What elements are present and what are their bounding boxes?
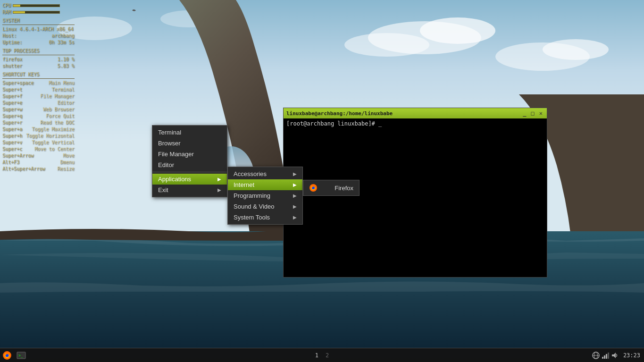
host-label: Host: — [2, 33, 17, 39]
menu-item-editor-label: Editor — [158, 161, 174, 168]
svg-rect-23 — [606, 354, 607, 359]
internet-submenu: Firefox — [303, 180, 360, 196]
exit-arrow-icon: ▶ — [217, 187, 221, 193]
firefox-icon — [309, 184, 318, 192]
system-tools-arrow-icon: ▶ — [293, 215, 297, 220]
host-value: archbang — [51, 33, 74, 39]
terminal-body: [root@archbang linuxbabe]# _ — [284, 118, 547, 277]
ram-bar — [13, 11, 60, 14]
shortcut-row: Super+tTerminal — [2, 86, 75, 93]
submenu-sound-video[interactable]: Sound & Video ▶ — [228, 201, 302, 212]
volume-icon — [611, 352, 619, 359]
menu-item-filemanager[interactable]: File Manager — [152, 149, 227, 160]
uptime-label: Uptime: — [2, 39, 22, 46]
shortcut-row: Super+hToggle Horizontal — [2, 133, 75, 139]
main-menu-panel: Terminal Browser File Manager Editor App… — [152, 125, 227, 197]
taskbar: >_ 1 2 — [0, 348, 644, 362]
shortcut-key: Alt+Super+Arrow — [2, 166, 45, 172]
shortcut-row: Super+cMove to Center — [2, 146, 75, 152]
submenu-programming[interactable]: Programming ▶ — [228, 190, 302, 201]
workspace-2[interactable]: 2 — [324, 352, 331, 359]
terminal-minimize-button[interactable]: _ — [521, 110, 527, 116]
shortcut-key: Super+h — [2, 133, 22, 139]
ram-label: RAM — [2, 9, 11, 16]
menu-item-filemanager-label: File Manager — [158, 151, 194, 158]
terminal-titlebar[interactable]: linuxbabe@archbang:/home/linuxbabe _ □ ✕ — [284, 108, 547, 118]
system-section: SYSTEM — [2, 17, 75, 25]
firefox-label: Firefox — [335, 185, 353, 192]
shortcut-action: Web Browser — [43, 106, 74, 113]
sound-video-label: Sound & Video — [234, 203, 275, 210]
system-icons — [592, 352, 619, 359]
host-row: Host: archbang — [2, 33, 75, 39]
accessories-arrow-icon: ▶ — [293, 171, 297, 177]
shortcut-action: Move to Center — [34, 146, 74, 152]
cpu-label: CPU — [2, 2, 11, 9]
svg-point-3 — [344, 33, 429, 57]
shortcut-key: Super+f — [2, 93, 22, 100]
accessories-label: Accessories — [234, 170, 267, 177]
menu-item-exit[interactable]: Exit ▶ — [152, 185, 227, 195]
shortcut-row: Super+aToggle Maximize — [2, 126, 75, 133]
submenu-accessories[interactable]: Accessories ▶ — [228, 168, 302, 179]
menu-item-applications-label: Applications — [158, 176, 191, 183]
shortcut-action: Read the DOC — [40, 119, 74, 126]
shortcut-action: Dmenu — [60, 159, 74, 166]
context-menu: Terminal Browser File Manager Editor App… — [152, 125, 227, 197]
network-icon — [592, 352, 600, 359]
shortcut-row: Alt+Super+ArrowResize — [2, 166, 75, 172]
proc2-name: shutter — [2, 63, 22, 69]
svg-text:>_: >_ — [18, 354, 23, 358]
shortcut-action: Editor — [57, 100, 74, 106]
proc1-name: firefox — [2, 56, 22, 63]
programming-arrow-icon: ▶ — [293, 193, 297, 198]
terminal-maximize-button[interactable]: □ — [530, 110, 536, 116]
system-tray: 23:23 — [592, 352, 640, 359]
taskbar-firefox-icon[interactable] — [0, 348, 14, 362]
menu-item-applications[interactable]: Applications ▶ — [152, 174, 227, 185]
menu-item-exit-label: Exit — [158, 186, 168, 194]
terminal-prompt: [root@archbang linuxbabe]# _ — [286, 120, 382, 127]
internet-label: Internet — [234, 181, 254, 188]
shortcut-row: Super+ArrowMove — [2, 152, 75, 159]
shortcut-row: Super+spaceMain Menu — [2, 80, 75, 86]
firefox-taskbar-icon — [2, 351, 12, 360]
shortcut-action: Resize — [57, 166, 74, 172]
submenu-firefox[interactable]: Firefox — [303, 182, 359, 194]
shortcut-row: Super+vToggle Vertical — [2, 139, 75, 146]
submenu-system-tools[interactable]: System Tools ▶ — [228, 212, 302, 223]
shortcut-key: Super+t — [2, 86, 22, 93]
shortcut-row: Super+qForce Quit — [2, 113, 75, 119]
shortcut-action: Main Menu — [49, 80, 74, 86]
system-tools-label: System Tools — [234, 214, 270, 221]
svg-point-5 — [543, 39, 609, 60]
svg-marker-25 — [612, 353, 616, 358]
svg-point-2 — [420, 17, 495, 44]
svg-rect-21 — [602, 357, 603, 359]
menu-item-browser[interactable]: Browser — [152, 138, 227, 149]
taskbar-terminal-icon[interactable]: >_ — [14, 348, 28, 362]
shortcut-key: Super+Arrow — [2, 152, 33, 159]
shortcut-action: Move — [63, 152, 74, 159]
submenu-internet[interactable]: Internet ▶ — [228, 179, 302, 190]
proc2-value: 5.83 % — [57, 63, 74, 69]
menu-item-terminal[interactable]: Terminal — [152, 127, 227, 138]
shortcut-key: Super+space — [2, 80, 33, 86]
shortcut-key: Super+r — [2, 119, 22, 126]
menu-item-terminal-label: Terminal — [158, 129, 181, 136]
proc1-row: firefox 1.10 % — [2, 56, 75, 63]
shortcut-list: Super+spaceMain MenuSuper+tTerminalSuper… — [2, 80, 75, 172]
top-processes-section: TOP PROCESSES — [2, 48, 75, 55]
sound-video-arrow-icon: ▶ — [293, 204, 297, 209]
shortcut-action: File Manager — [40, 93, 74, 100]
shortcut-key: Super+e — [2, 100, 22, 106]
shortcut-row: Super+wWeb Browser — [2, 106, 75, 113]
system-time: 23:23 — [623, 352, 640, 359]
workspace-1[interactable]: 1 — [313, 352, 324, 359]
terminal-close-button[interactable]: ✕ — [538, 110, 544, 116]
menu-item-editor[interactable]: Editor — [152, 160, 227, 170]
internet-arrow-icon: ▶ — [293, 182, 297, 187]
svg-rect-24 — [608, 353, 609, 359]
signal-icon — [602, 352, 609, 359]
shortcut-key: Super+q — [2, 113, 22, 119]
